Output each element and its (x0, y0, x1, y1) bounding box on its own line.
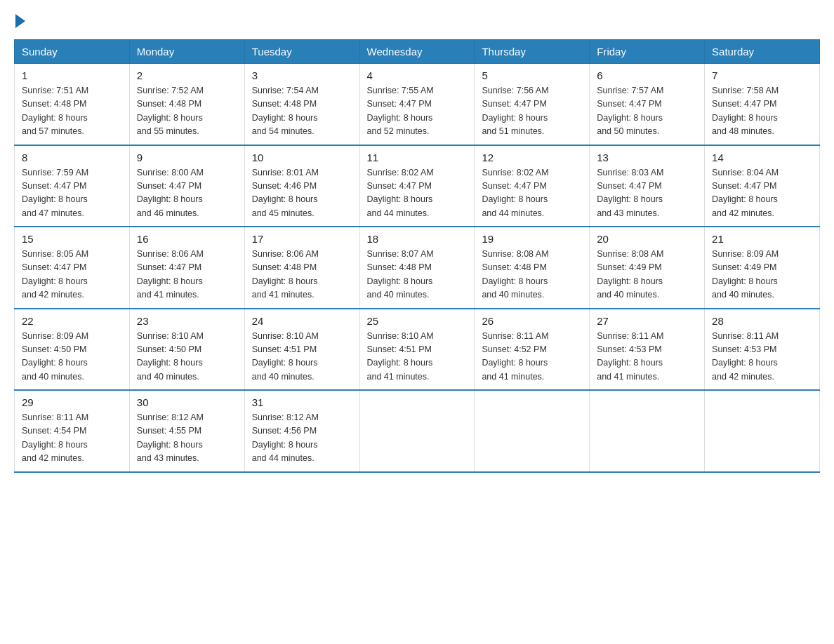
calendar-cell: 21 Sunrise: 8:09 AMSunset: 4:49 PMDaylig… (705, 227, 820, 309)
logo-arrow-icon (15, 14, 25, 28)
calendar-cell: 5 Sunrise: 7:56 AMSunset: 4:47 PMDayligh… (475, 64, 590, 145)
day-number: 31 (252, 396, 352, 408)
calendar-cell: 23 Sunrise: 8:10 AMSunset: 4:50 PMDaylig… (129, 309, 244, 391)
header-monday: Monday (129, 40, 244, 64)
calendar-cell: 2 Sunrise: 7:52 AMSunset: 4:48 PMDayligh… (129, 64, 244, 145)
day-number: 20 (597, 233, 697, 245)
calendar-cell: 28 Sunrise: 8:11 AMSunset: 4:53 PMDaylig… (705, 309, 820, 391)
week-row-1: 1 Sunrise: 7:51 AMSunset: 4:48 PMDayligh… (15, 64, 820, 145)
day-number: 24 (252, 315, 352, 327)
day-info: Sunrise: 8:06 AMSunset: 4:47 PMDaylight:… (137, 248, 237, 302)
day-number: 16 (137, 233, 237, 245)
day-number: 10 (252, 152, 352, 163)
day-info: Sunrise: 7:51 AMSunset: 4:48 PMDaylight:… (22, 84, 122, 139)
day-info: Sunrise: 8:02 AMSunset: 4:47 PMDaylight:… (482, 166, 582, 221)
header-tuesday: Tuesday (244, 40, 359, 64)
day-info: Sunrise: 7:59 AMSunset: 4:47 PMDaylight:… (22, 166, 122, 221)
day-info: Sunrise: 8:10 AMSunset: 4:50 PMDaylight:… (137, 330, 237, 384)
calendar-cell: 10 Sunrise: 8:01 AMSunset: 4:46 PMDaylig… (244, 145, 359, 227)
calendar-cell: 6 Sunrise: 7:57 AMSunset: 4:47 PMDayligh… (590, 64, 705, 145)
day-info: Sunrise: 8:01 AMSunset: 4:46 PMDaylight:… (252, 166, 352, 221)
day-number: 26 (482, 315, 582, 327)
header-sunday: Sunday (15, 40, 130, 64)
day-number: 14 (712, 152, 812, 163)
calendar-table: SundayMondayTuesdayWednesdayThursdayFrid… (14, 39, 820, 473)
day-number: 29 (22, 396, 122, 408)
day-info: Sunrise: 8:10 AMSunset: 4:51 PMDaylight:… (367, 330, 468, 384)
calendar-cell: 25 Sunrise: 8:10 AMSunset: 4:51 PMDaylig… (359, 309, 475, 391)
day-info: Sunrise: 7:52 AMSunset: 4:48 PMDaylight:… (137, 84, 237, 139)
calendar-cell: 14 Sunrise: 8:04 AMSunset: 4:47 PMDaylig… (705, 145, 820, 227)
day-info: Sunrise: 7:57 AMSunset: 4:47 PMDaylight:… (597, 84, 697, 139)
week-row-3: 15 Sunrise: 8:05 AMSunset: 4:47 PMDaylig… (15, 227, 820, 309)
day-number: 30 (137, 396, 237, 408)
calendar-cell (359, 390, 475, 472)
day-info: Sunrise: 8:11 AMSunset: 4:53 PMDaylight:… (712, 330, 812, 384)
week-row-4: 22 Sunrise: 8:09 AMSunset: 4:50 PMDaylig… (15, 309, 820, 391)
day-number: 9 (137, 152, 237, 163)
calendar-cell: 22 Sunrise: 8:09 AMSunset: 4:50 PMDaylig… (15, 309, 130, 391)
day-info: Sunrise: 8:05 AMSunset: 4:47 PMDaylight:… (22, 248, 122, 302)
logo (14, 14, 27, 28)
header-thursday: Thursday (475, 40, 590, 64)
day-number: 23 (137, 315, 237, 327)
day-number: 1 (22, 69, 122, 81)
calendar-cell: 12 Sunrise: 8:02 AMSunset: 4:47 PMDaylig… (475, 145, 590, 227)
header-saturday: Saturday (705, 40, 820, 64)
day-number: 8 (22, 152, 122, 163)
day-number: 17 (252, 233, 352, 245)
day-info: Sunrise: 8:03 AMSunset: 4:47 PMDaylight:… (597, 166, 697, 221)
day-info: Sunrise: 8:09 AMSunset: 4:49 PMDaylight:… (712, 248, 812, 302)
day-info: Sunrise: 8:08 AMSunset: 4:49 PMDaylight:… (597, 248, 697, 302)
day-info: Sunrise: 8:04 AMSunset: 4:47 PMDaylight:… (712, 166, 812, 221)
day-number: 12 (482, 152, 582, 163)
day-info: Sunrise: 8:11 AMSunset: 4:54 PMDaylight:… (22, 411, 122, 466)
calendar-cell: 1 Sunrise: 7:51 AMSunset: 4:48 PMDayligh… (15, 64, 130, 145)
calendar-cell: 17 Sunrise: 8:06 AMSunset: 4:48 PMDaylig… (244, 227, 359, 309)
calendar-cell: 26 Sunrise: 8:11 AMSunset: 4:52 PMDaylig… (475, 309, 590, 391)
week-row-5: 29 Sunrise: 8:11 AMSunset: 4:54 PMDaylig… (15, 390, 820, 472)
day-info: Sunrise: 8:12 AMSunset: 4:55 PMDaylight:… (137, 411, 237, 466)
week-row-2: 8 Sunrise: 7:59 AMSunset: 4:47 PMDayligh… (15, 145, 820, 227)
calendar-cell: 31 Sunrise: 8:12 AMSunset: 4:56 PMDaylig… (244, 390, 359, 472)
day-info: Sunrise: 8:11 AMSunset: 4:53 PMDaylight:… (597, 330, 697, 384)
day-info: Sunrise: 8:11 AMSunset: 4:52 PMDaylight:… (482, 330, 582, 384)
day-info: Sunrise: 8:12 AMSunset: 4:56 PMDaylight:… (252, 411, 352, 466)
calendar-cell: 16 Sunrise: 8:06 AMSunset: 4:47 PMDaylig… (129, 227, 244, 309)
header-friday: Friday (590, 40, 705, 64)
calendar-cell (590, 390, 705, 472)
day-number: 11 (367, 152, 468, 163)
calendar-cell: 27 Sunrise: 8:11 AMSunset: 4:53 PMDaylig… (590, 309, 705, 391)
day-number: 13 (597, 152, 697, 163)
calendar-cell: 8 Sunrise: 7:59 AMSunset: 4:47 PMDayligh… (15, 145, 130, 227)
day-info: Sunrise: 8:02 AMSunset: 4:47 PMDaylight:… (367, 166, 468, 221)
day-number: 6 (597, 69, 697, 81)
day-info: Sunrise: 7:58 AMSunset: 4:47 PMDaylight:… (712, 84, 812, 139)
calendar-cell: 15 Sunrise: 8:05 AMSunset: 4:47 PMDaylig… (15, 227, 130, 309)
day-number: 28 (712, 315, 812, 327)
day-number: 21 (712, 233, 812, 245)
day-number: 25 (367, 315, 468, 327)
calendar-cell: 20 Sunrise: 8:08 AMSunset: 4:49 PMDaylig… (590, 227, 705, 309)
day-number: 18 (367, 233, 468, 245)
day-number: 7 (712, 69, 812, 81)
day-number: 5 (482, 69, 582, 81)
day-info: Sunrise: 8:09 AMSunset: 4:50 PMDaylight:… (22, 330, 122, 384)
day-info: Sunrise: 8:00 AMSunset: 4:47 PMDaylight:… (137, 166, 237, 221)
calendar-cell (705, 390, 820, 472)
day-info: Sunrise: 8:08 AMSunset: 4:48 PMDaylight:… (482, 248, 582, 302)
day-info: Sunrise: 8:06 AMSunset: 4:48 PMDaylight:… (252, 248, 352, 302)
calendar-cell: 11 Sunrise: 8:02 AMSunset: 4:47 PMDaylig… (359, 145, 475, 227)
day-info: Sunrise: 7:54 AMSunset: 4:48 PMDaylight:… (252, 84, 352, 139)
day-number: 4 (367, 69, 468, 81)
day-info: Sunrise: 7:56 AMSunset: 4:47 PMDaylight:… (482, 84, 582, 139)
calendar-cell: 13 Sunrise: 8:03 AMSunset: 4:47 PMDaylig… (590, 145, 705, 227)
header-row: SundayMondayTuesdayWednesdayThursdayFrid… (15, 40, 820, 64)
calendar-cell: 9 Sunrise: 8:00 AMSunset: 4:47 PMDayligh… (129, 145, 244, 227)
day-number: 2 (137, 69, 237, 81)
calendar-cell: 7 Sunrise: 7:58 AMSunset: 4:47 PMDayligh… (705, 64, 820, 145)
day-number: 19 (482, 233, 582, 245)
calendar-cell: 29 Sunrise: 8:11 AMSunset: 4:54 PMDaylig… (15, 390, 130, 472)
day-info: Sunrise: 8:10 AMSunset: 4:51 PMDaylight:… (252, 330, 352, 384)
calendar-cell: 24 Sunrise: 8:10 AMSunset: 4:51 PMDaylig… (244, 309, 359, 391)
